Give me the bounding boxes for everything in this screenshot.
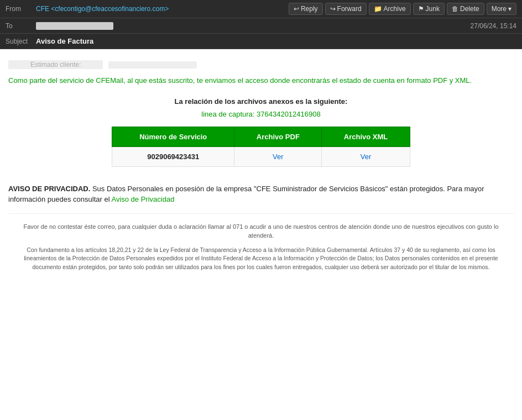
attachment-section: La relación de los archivos anexos es la… [8,97,514,167]
delete-button[interactable]: 🗑 Delete [447,3,484,15]
archive-label: Archive [384,5,406,13]
legal-text: Con fundamento a los artículos 18,20,21 … [24,246,498,271]
privacy-bold: AVISO DE PRIVACIDAD. [8,185,90,193]
privacy-link[interactable]: Aviso de Privacidad [111,195,174,203]
junk-icon: ⚑ [418,5,424,13]
delete-icon: 🗑 [452,5,458,13]
from-value: CFE <cfecontigo@cfeaccesofinanciero.com> [36,5,289,13]
to-label: To [6,22,36,30]
more-label: More [492,5,507,13]
email-header: From CFE <cfecontigo@cfeaccesofinanciero… [0,0,522,49]
pdf-cell: Ver [234,146,322,166]
no-reply-text: Favor de no contestar éste correo, para … [23,223,498,239]
greeting-line: Estimado cliente: [8,60,514,69]
delete-label: Delete [460,5,479,13]
forward-label: Forward [337,5,362,13]
footer-no-reply: Favor de no contestar éste correo, para … [17,222,505,240]
archive-button[interactable]: 📁 Archive [369,3,411,15]
col-pdf: Archivo PDF [234,127,322,146]
from-row: From CFE <cfecontigo@cfeaccesofinanciero… [0,0,522,18]
reply-label: Reply [301,5,318,13]
col-service-number: Número de Servicio [112,127,234,146]
junk-button[interactable]: ⚑ Junk [413,3,445,15]
subject-label: Subject [6,38,36,45]
table-row: 9029069423431VerVer [112,146,410,166]
privacy-section: AVISO DE PRIVACIDAD. Sus Datos Personale… [8,183,514,205]
service-number-cell: 9029069423431 [112,146,234,166]
more-chevron-icon: ▾ [508,5,511,13]
junk-label: Junk [426,5,440,13]
subject-row: Subject Aviso de Factura [0,34,522,49]
greeting-text: Estimado cliente: [8,60,103,69]
from-label: From [6,5,36,13]
more-button[interactable]: More ▾ [487,3,516,15]
xml-cell: Ver [322,146,410,166]
reply-icon: ↩ [294,5,299,13]
subject-value: Aviso de Factura [36,37,93,45]
capture-line: linea de captura: 3764342012416908 [8,110,514,118]
reply-button[interactable]: ↩ Reply [289,3,323,15]
to-row: To 27/06/24, 15:14 [0,18,522,34]
col-xml: Archivo XML [322,127,410,146]
forward-icon: ↪ [330,5,336,13]
pdf-link[interactable]: Ver [273,153,284,161]
attachment-title: La relación de los archivos anexos es la… [8,97,514,106]
to-value [36,22,113,30]
forward-button[interactable]: ↪ Forward [325,3,367,15]
archive-icon: 📁 [374,5,382,13]
action-buttons: ↩ Reply ↪ Forward 📁 Archive ⚑ Junk 🗑 Del… [289,3,516,15]
email-date: 27/06/24, 15:14 [471,22,516,30]
email-footer: Favor de no contestar éste correo, para … [8,213,514,280]
xml-link[interactable]: Ver [361,153,372,161]
footer-legal: Con fundamento a los artículos 18,20,21 … [17,246,505,272]
main-text: Como parte del servicio de CFEMail, al q… [8,75,514,86]
table-header-row: Número de Servicio Archivo PDF Archivo X… [112,127,410,146]
files-table: Número de Servicio Archivo PDF Archivo X… [112,127,410,167]
email-body: Estimado cliente: Como parte del servici… [0,49,522,291]
